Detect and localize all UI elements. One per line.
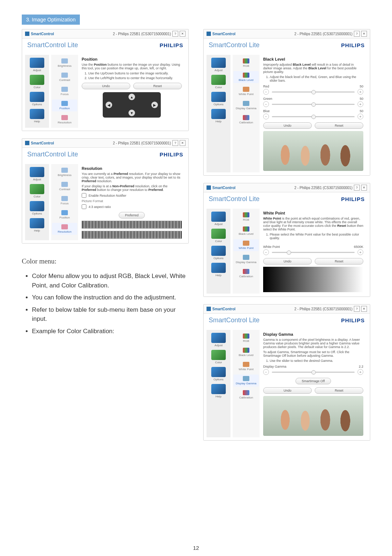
doc-li: Refer to below table for sub-menu item b… [32, 305, 189, 324]
sidebar-item-options[interactable]: Options [210, 367, 227, 381]
page-number: 12 [0, 545, 392, 551]
sub-blacklevel[interactable]: Black Level [233, 71, 259, 83]
sidebar-item-color[interactable]: Color [29, 184, 45, 198]
sidebar-item-color[interactable]: Color [210, 229, 227, 243]
plus-icon[interactable]: + [358, 249, 363, 255]
sub-focus[interactable]: Focus [52, 85, 77, 97]
minus-icon[interactable]: − [263, 249, 269, 255]
green-slider[interactable] [272, 104, 355, 105]
reset-button[interactable]: Reset [315, 258, 363, 265]
help-icon[interactable]: ? [172, 140, 178, 146]
sidebar-item-options[interactable]: Options [210, 246, 227, 260]
arrow-right-icon[interactable]: ▶ [151, 102, 158, 108]
sidebar: Adjust Color Options Help [25, 55, 49, 128]
undo-button[interactable]: Undo [82, 83, 130, 89]
close-icon[interactable]: ✕ [361, 185, 367, 191]
resolution-strip [82, 221, 182, 229]
sub-position[interactable]: Position [52, 99, 77, 111]
sidebar-item-adjust[interactable]: Adjust [210, 333, 227, 347]
section-tag: 3. Image Optimization [22, 15, 80, 25]
sidebar-item-color[interactable]: Color [210, 350, 227, 364]
reset-button[interactable]: Reset [315, 387, 363, 394]
sidebar-item-adjust[interactable]: Adjust [210, 58, 227, 72]
whitepoint-slider[interactable] [272, 252, 355, 253]
sidebar-item-options[interactable]: Options [29, 201, 45, 215]
sub-gamma[interactable]: Display Gamma [233, 375, 259, 387]
sidebar-item-help[interactable]: Help [210, 109, 227, 123]
help-icon[interactable]: ? [354, 185, 360, 191]
undo-button[interactable]: Undo [263, 122, 312, 129]
help-icon[interactable]: ? [354, 31, 360, 37]
sub-whitepoint[interactable]: White Point [233, 85, 259, 97]
sub-calibration[interactable]: Calibration [233, 389, 259, 401]
doc-heading: Color menu: [22, 257, 189, 265]
doc-li: You can follow the instruction and do th… [32, 293, 189, 302]
sidebar-item-color[interactable]: Color [210, 75, 227, 89]
sub-rgb[interactable]: RGB [233, 57, 259, 69]
gamma-slider[interactable] [272, 372, 355, 373]
sidebar-item-color[interactable]: Color [29, 75, 45, 89]
undo-button[interactable]: Undo [263, 387, 312, 394]
close-icon[interactable]: ✕ [180, 31, 185, 37]
sub-calibration[interactable]: Calibration [233, 267, 259, 279]
preview-photo [263, 131, 363, 171]
close-icon[interactable]: ✕ [180, 140, 185, 146]
reset-button[interactable]: Reset [133, 83, 182, 89]
sidebar-item-help[interactable]: Help [210, 263, 227, 277]
sidebar-item-adjust[interactable]: Adjust [210, 212, 227, 226]
sub-gamma[interactable]: Display Gamma [233, 99, 259, 111]
undo-button[interactable]: Undo [263, 258, 312, 265]
sub-blacklevel[interactable]: Black Level [233, 225, 259, 237]
sub-whitepoint[interactable]: White Point [233, 239, 259, 251]
header-title: SmartControl Lite [27, 41, 78, 49]
sidebar-item-help[interactable]: Help [29, 109, 45, 123]
arrow-up-icon[interactable]: ▲ [128, 94, 135, 100]
sidebar-item-help[interactable]: Help [210, 384, 227, 398]
sub-contrast[interactable]: Contrast [52, 71, 77, 83]
sub-blacklevel[interactable]: Black Level [233, 346, 259, 358]
reset-button[interactable]: Reset [315, 122, 363, 129]
arrow-left-icon[interactable]: ◀ [106, 102, 112, 108]
close-icon[interactable]: ✕ [361, 31, 367, 37]
sidebar-item-options[interactable]: Options [29, 92, 45, 106]
arrow-down-icon[interactable]: ▼ [128, 110, 135, 116]
sidebar-item-adjust[interactable]: Adjust [29, 167, 45, 181]
titlebar-right: 2 - Philips 225B1 (CS30715000001) [113, 32, 171, 36]
sidebar-item-options[interactable]: Options [210, 92, 227, 106]
smartimage-off-button[interactable]: SmartImage Off [295, 378, 331, 384]
sub-contrast[interactable]: Contrast [52, 180, 77, 192]
sub-whitepoint[interactable]: White Point [233, 360, 259, 372]
minus-icon[interactable]: − [263, 114, 269, 119]
blue-slider[interactable] [272, 116, 355, 117]
sub-resolution[interactable]: Resolution [52, 114, 77, 126]
help-icon[interactable]: ? [172, 31, 178, 37]
app-icon [25, 141, 29, 145]
sub-rgb[interactable]: RGB [233, 332, 259, 344]
plus-icon[interactable]: + [358, 101, 363, 107]
plus-icon[interactable]: + [358, 114, 363, 119]
sub-resolution[interactable]: Resolution [52, 223, 77, 235]
plus-icon[interactable]: + [358, 369, 363, 375]
minus-icon[interactable]: − [263, 369, 269, 375]
pos-li1: Use the Up/Down buttons to center the im… [88, 71, 182, 75]
sidebar-item-help[interactable]: Help [29, 218, 45, 232]
sub-calibration[interactable]: Calibration [233, 114, 259, 126]
titlebar-name: SmartControl [31, 32, 54, 36]
enable-res-notifier-checkbox[interactable] [82, 193, 86, 198]
minus-icon[interactable]: − [263, 89, 269, 95]
sub-rgb[interactable]: RGB [233, 211, 259, 223]
sub-position[interactable]: Position [52, 209, 77, 221]
help-icon[interactable]: ? [354, 306, 360, 312]
preferred-button[interactable]: Preferred [119, 212, 145, 218]
direction-pad: ▲ ▼ ◀ ▶ [103, 92, 161, 118]
sub-brightness[interactable]: Brightness [52, 57, 77, 69]
sidebar-item-adjust[interactable]: Adjust [29, 58, 45, 72]
close-icon[interactable]: ✕ [361, 306, 367, 312]
aspect-ratio-checkbox[interactable] [82, 204, 86, 209]
sub-focus[interactable]: Focus [52, 195, 77, 207]
plus-icon[interactable]: + [358, 89, 363, 95]
sub-gamma[interactable]: Display Gamma [233, 253, 259, 265]
red-slider[interactable] [272, 91, 355, 93]
sub-brightness[interactable]: Brightness [52, 166, 77, 178]
minus-icon[interactable]: − [263, 101, 269, 107]
